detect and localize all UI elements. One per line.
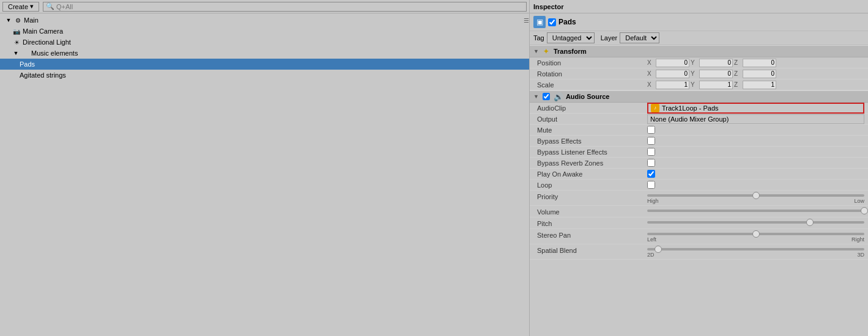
- tag-layer-row: Tag Untagged Layer Default: [530, 31, 868, 45]
- loop-label: Loop: [537, 181, 647, 189]
- scale-z-label: Z: [734, 81, 741, 88]
- volume-slider-container: [647, 207, 864, 213]
- scale-label: Scale: [537, 81, 647, 89]
- play-on-awake-checkbox[interactable]: [647, 170, 655, 178]
- volume-row: Volume: [530, 206, 868, 217]
- bypass-effects-value: [647, 137, 864, 145]
- audio-source-enabled-checkbox[interactable]: [543, 93, 550, 100]
- bypass-listener-value: [647, 148, 864, 156]
- music-elements-label: Music elements: [31, 49, 78, 57]
- audio-source-enabled-icon: [541, 92, 551, 101]
- rotation-z-input[interactable]: [743, 70, 776, 78]
- pitch-thumb[interactable]: [806, 219, 814, 226]
- position-z-label: Z: [734, 59, 741, 66]
- position-row: Position X Y Z: [530, 57, 868, 68]
- rotation-x-input[interactable]: [656, 70, 689, 78]
- priority-low-label: Low: [854, 198, 864, 204]
- bypass-reverb-value: [647, 159, 864, 167]
- create-button[interactable]: Create ▾: [2, 2, 39, 12]
- scale-x-input[interactable]: [656, 81, 689, 89]
- object-enabled-checkbox[interactable]: [548, 18, 556, 26]
- volume-label: Volume: [537, 207, 647, 216]
- output-value: None (Audio Mixer Group): [647, 114, 864, 124]
- tree-item-main[interactable]: ▼ ⚙ Main ☰: [0, 15, 529, 26]
- tree-item-pads[interactable]: Pads: [0, 59, 529, 70]
- main-scene-icon: ⚙: [13, 16, 22, 24]
- layer-label: Layer: [601, 34, 618, 42]
- pads-label: Pads: [20, 60, 35, 68]
- position-x-label: X: [647, 59, 655, 66]
- stereo-pan-row: Stereo Pan Left Right: [530, 229, 868, 244]
- hierarchy-options-icon: ☰: [524, 17, 529, 24]
- inspector-header: Inspector: [530, 0, 868, 13]
- mute-label: Mute: [537, 126, 647, 134]
- scale-xyz: X Y Z: [647, 81, 864, 89]
- pitch-track: [647, 221, 864, 224]
- transform-icon: ✦: [541, 46, 551, 56]
- audioclip-label: AudioClip: [537, 104, 647, 112]
- stereo-pan-left-label: Left: [647, 236, 656, 243]
- agitated-strings-label: Agitated strings: [20, 71, 66, 79]
- priority-slider-container: High Low: [647, 192, 864, 204]
- audioclip-box[interactable]: ♪ Track1Loop - Pads: [647, 103, 864, 114]
- position-z-input[interactable]: [743, 59, 776, 67]
- stereo-pan-thumb[interactable]: [752, 230, 760, 238]
- tree-item-agitated-strings[interactable]: Agitated strings: [0, 70, 529, 81]
- bypass-listener-checkbox[interactable]: [647, 148, 655, 156]
- priority-high-label: High: [647, 198, 659, 204]
- rotation-y-input[interactable]: [699, 70, 733, 78]
- loop-checkbox[interactable]: [647, 181, 655, 189]
- scale-z-input[interactable]: [743, 81, 776, 89]
- scale-y-input[interactable]: [699, 81, 733, 89]
- priority-row: Priority High Low: [530, 191, 868, 206]
- hierarchy-panel: Create ▾ 🔍 ▼ ⚙ Main ☰ 📷 Main Camera ☀ Di…: [0, 0, 530, 336]
- search-box: 🔍: [43, 2, 527, 12]
- transform-arrow-icon: ▼: [533, 48, 539, 54]
- output-field[interactable]: None (Audio Mixer Group): [647, 114, 864, 124]
- bypass-effects-checkbox[interactable]: [647, 137, 655, 145]
- spatial-blend-slider-container: 2D 3D: [647, 246, 864, 258]
- play-on-awake-row: Play On Awake: [530, 169, 868, 180]
- tag-dropdown[interactable]: Untagged: [547, 32, 595, 43]
- mute-checkbox[interactable]: [647, 126, 655, 134]
- tree-item-music-elements[interactable]: ▼ Music elements: [0, 48, 529, 59]
- light-icon: ☀: [12, 38, 21, 46]
- stereo-pan-label: Stereo Pan: [537, 230, 647, 239]
- tree-item-directional-light[interactable]: ☀ Directional Light: [0, 37, 529, 48]
- bypass-listener-row: Bypass Listener Effects: [530, 147, 868, 158]
- music-elements-icon: [21, 49, 29, 57]
- spatial-blend-3d-label: 3D: [857, 252, 864, 258]
- search-input[interactable]: [56, 3, 524, 10]
- volume-thumb[interactable]: [861, 207, 868, 214]
- rotation-x-label: X: [647, 70, 655, 77]
- rotation-z-label: Z: [734, 70, 741, 77]
- inspector-panel: Inspector ▣ Pads Tag Untagged Layer Defa…: [530, 0, 868, 336]
- pitch-slider-container: [647, 219, 864, 225]
- tag-label: Tag: [533, 34, 544, 42]
- transform-section-header[interactable]: ▼ ✦ Transform: [530, 45, 868, 57]
- scale-y-label: Y: [691, 81, 698, 88]
- audio-source-title: Audio Source: [566, 93, 610, 100]
- layer-dropdown[interactable]: Default: [620, 32, 659, 43]
- main-label: Main: [24, 16, 39, 24]
- bypass-reverb-checkbox[interactable]: [647, 159, 655, 167]
- position-y-input[interactable]: [699, 59, 733, 67]
- position-xyz: X Y Z: [647, 59, 864, 67]
- play-on-awake-label: Play On Awake: [537, 170, 647, 178]
- tree-item-main-camera[interactable]: 📷 Main Camera: [0, 26, 529, 37]
- bypass-reverb-label: Bypass Reverb Zones: [537, 159, 647, 167]
- priority-thumb[interactable]: [752, 192, 760, 199]
- output-text: None (Audio Mixer Group): [650, 115, 729, 123]
- audio-source-section-header[interactable]: ▼ 🔊 Audio Source: [530, 90, 868, 103]
- audio-file-icon: ♪: [651, 104, 659, 112]
- object-icon: ▣: [533, 16, 546, 28]
- spatial-blend-track: [647, 248, 864, 250]
- directional-light-label: Directional Light: [23, 38, 71, 46]
- position-x-input[interactable]: [656, 59, 689, 67]
- pitch-row: Pitch: [530, 217, 868, 229]
- stereo-pan-right-label: Right: [851, 236, 864, 243]
- output-row: Output None (Audio Mixer Group): [530, 114, 868, 125]
- spatial-blend-row: Spatial Blend 2D 3D: [530, 244, 868, 260]
- spatial-blend-thumb[interactable]: [655, 246, 662, 253]
- scale-row: Scale X Y Z: [530, 79, 868, 90]
